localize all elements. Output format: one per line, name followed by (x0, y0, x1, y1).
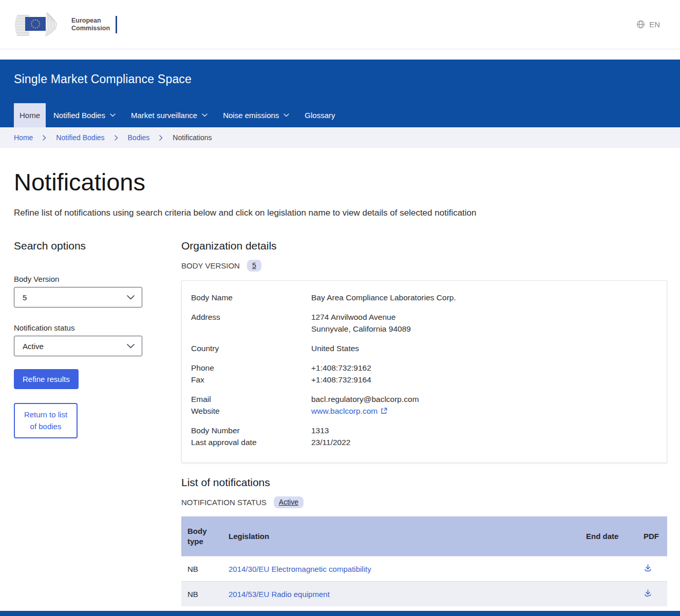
notification-status-label: Notification status (14, 323, 142, 332)
refine-results-button[interactable]: Refine results (14, 369, 79, 389)
ec-logo[interactable]: European Commission (14, 9, 117, 41)
breadcrumb-bodies[interactable]: Bodies (128, 133, 150, 142)
field-value-last-approval-date: 23/11/2022 (311, 436, 657, 448)
return-to-list-button[interactable]: Return to list of bodies (14, 403, 78, 438)
globe-icon (636, 20, 645, 29)
table-row: NB 2014/53/EU Radio equipment (181, 582, 667, 607)
field-value-phone: +1:408:732:9162 (311, 362, 657, 374)
breadcrumb: Home Notified Bodies Bodies Notification… (0, 127, 680, 148)
nav-tab-glossary[interactable]: Glossary (297, 103, 343, 127)
nav-tab-label: Notified Bodies (53, 111, 105, 120)
end-date-cell (580, 556, 637, 582)
field-label-email: Email (191, 393, 311, 405)
field-value-email: bacl.regulatory@baclcorp.com (311, 393, 657, 405)
page-title: Notifications (14, 168, 667, 196)
nav-tab-label: Noise emissions (223, 111, 279, 120)
site-title: Single Market Compliance Space (14, 72, 680, 86)
breadcrumb-notified-bodies[interactable]: Notified Bodies (56, 133, 104, 142)
field-label-country: Country (191, 342, 311, 354)
ec-flag-icon (14, 9, 65, 41)
nav-tab-label: Glossary (305, 111, 335, 120)
organization-details-heading: Organization details (181, 240, 667, 252)
field-value-country: United States (311, 342, 657, 354)
site-header: European Commission EN (0, 0, 680, 49)
nav-tab-label: Home (20, 111, 40, 120)
external-link-icon (381, 408, 387, 414)
chevron-right-icon (159, 135, 163, 141)
column-header-pdf: PDF (637, 516, 667, 556)
search-options-heading: Search options (14, 240, 142, 252)
masthead: Single Market Compliance Space Home Noti… (0, 60, 680, 127)
column-header-body-type: Body type (181, 516, 222, 556)
chevron-down-icon (127, 344, 135, 349)
field-value-fax: +1:408:732:9164 (311, 374, 657, 386)
ec-logo-text: European Commission (71, 17, 110, 32)
legislation-link[interactable]: 2014/30/EU Electromagnetic compatibility (229, 565, 371, 573)
chevron-down-icon (202, 113, 207, 117)
table-row: NB 2014/30/EU Electromagnetic compatibil… (181, 556, 667, 582)
chevron-down-icon (127, 295, 135, 300)
field-value-address-line2: Sunnyvale, California 94089 (311, 323, 657, 335)
body-version-badge[interactable]: 5 (247, 260, 261, 272)
main-content: Notifications Refine list of notificatio… (0, 168, 680, 606)
column-header-legislation: Legislation (222, 516, 580, 556)
chevron-right-icon (43, 135, 46, 141)
website-link[interactable]: www.baclcorp.com (311, 407, 377, 415)
ec-logo-divider (116, 16, 117, 33)
column-header-end-date: End date (580, 516, 637, 556)
notifications-table: Body type Legislation End date PDF NB 20… (181, 516, 667, 606)
body-type-cell: NB (181, 582, 222, 607)
nav-tab-notified-bodies[interactable]: Notified Bodies (46, 103, 123, 127)
breadcrumb-home[interactable]: Home (14, 133, 33, 142)
notification-status-meta-label: NOTIFICATION STATUS (181, 498, 267, 507)
chevron-down-icon (284, 113, 289, 117)
search-options-panel: Search options Body Version 5 Notificati… (14, 240, 142, 438)
legislation-link[interactable]: 2014/53/EU Radio equipment (229, 590, 330, 599)
body-version-select[interactable]: 5 (14, 287, 142, 307)
field-label-fax: Fax (191, 374, 311, 386)
body-type-cell: NB (181, 556, 222, 582)
list-of-notifications-heading: List of notifications (181, 476, 667, 489)
main-nav: Home Notified Bodies Market surveillance… (14, 103, 680, 127)
field-value-body-name: Bay Area Compliance Laboratories Corp. (311, 292, 657, 303)
table-header-row: Body type Legislation End date PDF (181, 516, 667, 556)
language-selector[interactable]: EN (636, 20, 660, 29)
notification-status-select[interactable]: Active (14, 336, 142, 356)
field-label-address: Address (191, 311, 311, 323)
field-value-address-line1: 1274 Anvilwood Avenue (311, 311, 657, 323)
language-code: EN (649, 20, 660, 29)
nav-tab-market-surveillance[interactable]: Market surveillance (123, 103, 215, 127)
end-date-cell (580, 582, 637, 607)
organization-card: Body Name Bay Area Compliance Laboratori… (181, 280, 667, 463)
field-value-body-number: 1313 (311, 425, 657, 436)
breadcrumb-current: Notifications (173, 133, 212, 142)
nav-tab-label: Market surveillance (131, 111, 197, 120)
ec-logo-line1: European (71, 17, 110, 25)
chevron-down-icon (110, 113, 116, 117)
download-icon (644, 564, 652, 572)
download-pdf-button[interactable] (644, 589, 652, 598)
nav-tab-home[interactable]: Home (14, 103, 46, 127)
ec-logo-line2: Commission (71, 25, 110, 32)
field-label-phone: Phone (191, 362, 311, 374)
field-label-body-number: Body Number (191, 425, 311, 436)
body-version-selected-value: 5 (23, 293, 27, 302)
chevron-right-icon (115, 135, 118, 141)
download-icon (644, 589, 652, 598)
notification-status-badge[interactable]: Active (274, 496, 304, 508)
field-label-body-name: Body Name (191, 292, 311, 303)
body-version-meta-label: BODY VERSION (181, 261, 240, 270)
body-version-label: Body Version (14, 275, 142, 283)
field-label-last-approval-date: Last approval date (191, 436, 311, 448)
field-label-website: Website (191, 405, 311, 417)
details-panel: Organization details BODY VERSION 5 Body… (181, 240, 667, 606)
notification-status-selected-value: Active (23, 342, 44, 351)
download-pdf-button[interactable] (644, 564, 652, 572)
footer-bar (0, 611, 680, 616)
page-description: Refine list of notifications using searc… (14, 208, 667, 218)
nav-tab-noise-emissions[interactable]: Noise emissions (215, 103, 297, 127)
